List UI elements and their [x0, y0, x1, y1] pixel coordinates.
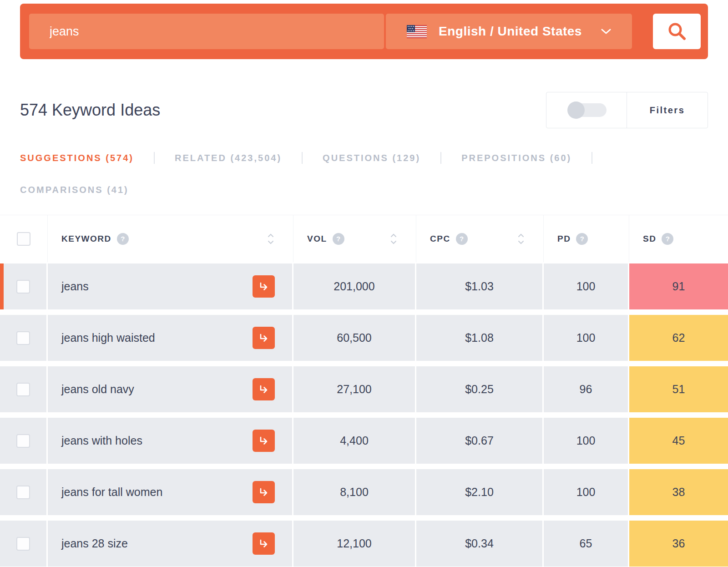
arrow-export-icon [258, 281, 270, 293]
search-bar: English / United States [20, 4, 708, 59]
chevron-down-icon [601, 29, 611, 35]
sd-cell: 45 [629, 418, 728, 464]
volume-value: 201,000 [334, 280, 374, 293]
volume-cell: 8,100 [293, 469, 416, 515]
arrow-export-icon [258, 435, 270, 447]
search-button[interactable] [653, 14, 701, 49]
toggle-knob [567, 101, 585, 119]
pd-value: 100 [576, 280, 596, 293]
volume-cell: 12,100 [293, 521, 416, 567]
volume-value: 27,100 [337, 383, 371, 396]
sort-down-icon [518, 240, 524, 244]
pd-cell: 100 [544, 469, 629, 515]
help-icon[interactable] [117, 233, 129, 245]
row-checkbox[interactable] [16, 486, 30, 499]
sort-icons[interactable] [268, 233, 274, 244]
sd-value: 45 [672, 434, 685, 447]
sort-icons[interactable] [518, 233, 524, 244]
table-row: jeans 28 size 12,100 $0.34 65 36 [0, 521, 728, 567]
keyword-text: jeans high waisted [61, 331, 155, 344]
export-keyword-button[interactable] [253, 532, 275, 555]
header-checkbox-cell [0, 215, 48, 262]
sd-cell: 62 [629, 315, 728, 361]
column-header-vol[interactable]: VOL [293, 215, 416, 262]
column-header-sd[interactable]: SD [629, 215, 728, 262]
sort-up-icon [518, 233, 524, 238]
sd-cell: 51 [629, 366, 728, 412]
column-label: KEYWORD [61, 234, 111, 244]
export-keyword-button[interactable] [253, 275, 275, 298]
magnifier-icon [667, 21, 688, 42]
sort-up-icon [390, 233, 397, 238]
help-icon[interactable] [333, 233, 344, 245]
us-flag-icon [407, 25, 427, 38]
help-icon[interactable] [662, 233, 673, 245]
select-all-checkbox[interactable] [17, 232, 30, 246]
keyword-cell: jeans for tall women [48, 469, 293, 515]
table-row: jeans for tall women 8,100 $2.10 100 38 [0, 469, 728, 515]
volume-value: 8,100 [340, 486, 369, 499]
cpc-value: $2.10 [465, 486, 494, 499]
arrow-export-icon [258, 384, 270, 395]
filters-toggle[interactable] [568, 103, 607, 117]
keyword-text: jeans old navy [61, 383, 134, 396]
export-keyword-button[interactable] [253, 327, 275, 349]
tab-related[interactable]: RELATED (423,504) [175, 152, 303, 164]
cpc-cell: $0.67 [416, 418, 544, 464]
keyword-cell: jeans with holes [48, 418, 293, 464]
row-checkbox-cell [0, 263, 48, 309]
tab-comparisons[interactable]: COMPARISONS (41) [20, 184, 149, 196]
row-checkbox-cell [0, 366, 48, 412]
cpc-cell: $1.03 [416, 263, 544, 309]
tab-questions[interactable]: QUESTIONS (129) [323, 152, 441, 164]
export-keyword-button[interactable] [253, 378, 275, 400]
volume-value: 4,400 [340, 434, 369, 447]
row-checkbox[interactable] [16, 331, 30, 345]
keyword-cell: jeans 28 size [48, 521, 293, 567]
sd-value: 36 [672, 537, 685, 550]
tab-suggestions[interactable]: SUGGESTIONS (574) [20, 152, 155, 164]
pd-value: 100 [576, 331, 596, 344]
divider [627, 92, 627, 128]
volume-value: 12,100 [337, 537, 371, 550]
cpc-cell: $2.10 [416, 469, 544, 515]
table-row: jeans old navy 27,100 $0.25 96 51 [0, 366, 728, 412]
sd-value: 51 [672, 383, 685, 396]
cpc-value: $1.03 [465, 280, 494, 293]
sd-cell: 38 [629, 469, 728, 515]
keyword-table: KEYWORD VOL CPC PD [0, 215, 728, 567]
cpc-cell: $0.25 [416, 366, 544, 412]
tab-prepositions[interactable]: PREPOSITIONS (60) [461, 152, 592, 164]
row-checkbox[interactable] [16, 280, 30, 294]
arrow-export-icon [258, 486, 270, 498]
keyword-search-input[interactable] [29, 14, 384, 49]
column-header-pd[interactable]: PD [544, 215, 629, 262]
row-checkbox[interactable] [16, 383, 30, 396]
column-header-cpc[interactable]: CPC [416, 215, 544, 262]
keyword-cell: jeans [48, 263, 293, 309]
pd-cell: 100 [544, 263, 629, 309]
cpc-value: $1.08 [465, 331, 494, 344]
pd-value: 100 [576, 486, 596, 499]
filters-label[interactable]: Filters [650, 105, 685, 116]
language-label: English / United States [439, 24, 582, 39]
column-header-keyword[interactable]: KEYWORD [48, 215, 293, 262]
row-checkbox-cell [0, 315, 48, 361]
sort-icons[interactable] [390, 233, 397, 244]
export-keyword-button[interactable] [253, 430, 275, 452]
column-label: SD [643, 234, 656, 244]
row-checkbox[interactable] [16, 537, 30, 551]
table-header: KEYWORD VOL CPC PD [0, 215, 728, 262]
help-icon[interactable] [576, 233, 588, 245]
filters-panel: Filters [546, 92, 708, 128]
cpc-cell: $0.34 [416, 521, 544, 567]
arrow-export-icon [258, 332, 270, 344]
pd-value: 100 [576, 434, 596, 447]
export-keyword-button[interactable] [253, 481, 275, 503]
help-icon[interactable] [456, 233, 468, 245]
keyword-text: jeans [61, 280, 89, 293]
language-selector[interactable]: English / United States [386, 14, 632, 49]
row-checkbox-cell [0, 418, 48, 464]
row-checkbox[interactable] [16, 434, 30, 448]
volume-cell: 60,500 [293, 315, 416, 361]
